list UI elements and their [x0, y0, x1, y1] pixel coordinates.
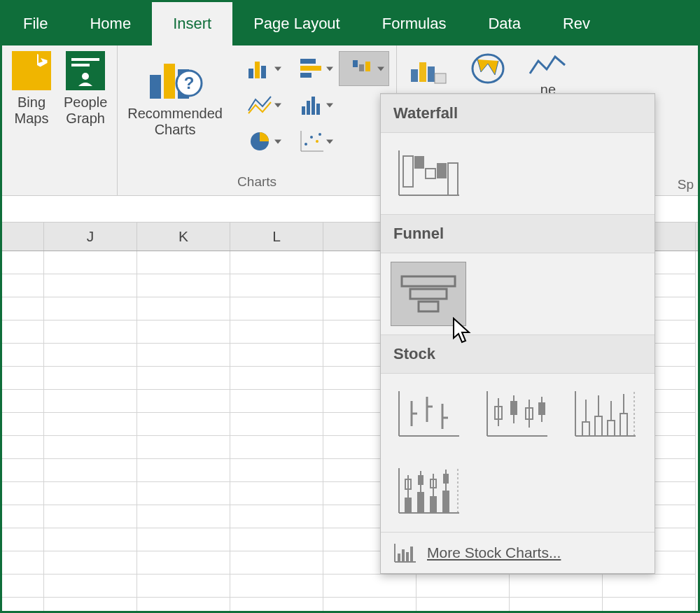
svg-rect-4: [164, 64, 175, 99]
svg-rect-29: [419, 62, 426, 82]
svg-rect-28: [411, 69, 418, 82]
svg-rect-30: [428, 66, 435, 82]
stock-chart-vhlc-option[interactable]: [567, 382, 643, 446]
bing-maps-button[interactable]: BingMaps: [9, 51, 54, 127]
tab-review[interactable]: Rev: [542, 2, 611, 45]
waterfall-chart-option[interactable]: [391, 141, 466, 206]
recommended-label-2: Charts: [155, 122, 196, 138]
svg-rect-17: [302, 106, 305, 115]
svg-rect-78: [417, 492, 424, 513]
insert-bar-chart-button[interactable]: [287, 51, 337, 86]
svg-rect-42: [419, 302, 438, 311]
insert-line-chart-button[interactable]: [235, 87, 286, 122]
svg-point-26: [316, 140, 318, 143]
col-header-l[interactable]: L: [230, 223, 323, 251]
mouse-cursor-icon: [451, 317, 472, 345]
svg-point-27: [318, 133, 321, 136]
svg-rect-14: [353, 60, 358, 67]
people-graph-icon: [66, 51, 105, 90]
svg-rect-80: [418, 475, 424, 485]
tab-file[interactable]: File: [2, 2, 69, 45]
insert-column-chart-button[interactable]: [235, 51, 286, 86]
svg-rect-90: [402, 549, 405, 562]
col-header-j[interactable]: J: [44, 223, 137, 251]
svg-rect-16: [365, 62, 370, 71]
tab-formulas[interactable]: Formulas: [361, 2, 468, 45]
tab-insert[interactable]: Insert: [152, 2, 232, 45]
svg-rect-68: [608, 421, 615, 436]
svg-text:?: ?: [184, 73, 195, 92]
svg-rect-41: [410, 289, 447, 299]
funnel-section-header: Funnel: [381, 214, 654, 253]
svg-rect-75: [405, 498, 412, 513]
more-stock-charts-link[interactable]: More Stock Charts...: [381, 532, 654, 573]
tab-page-layout[interactable]: Page Layout: [232, 2, 361, 45]
svg-rect-1: [71, 64, 90, 66]
charts-group-label: Charts: [237, 171, 276, 192]
tab-data[interactable]: Data: [467, 2, 541, 45]
svg-point-24: [304, 143, 307, 146]
more-stock-charts-label: More Stock Charts...: [427, 544, 561, 561]
svg-rect-9: [255, 62, 260, 78]
insert-statistic-chart-button[interactable]: [287, 87, 337, 122]
svg-rect-13: [300, 73, 312, 78]
svg-rect-8: [248, 69, 253, 78]
ribbon-tab-bar: File Home Insert Page Layout Formulas Da…: [2, 2, 698, 45]
more-charts-icon: [393, 542, 417, 563]
svg-rect-18: [307, 101, 310, 115]
svg-rect-37: [426, 169, 435, 178]
svg-rect-38: [437, 163, 447, 178]
people-graph-label: PeopleGraph: [64, 94, 107, 127]
svg-rect-12: [300, 66, 321, 71]
svg-point-2: [82, 73, 89, 80]
insert-scatter-chart-button[interactable]: [287, 124, 337, 159]
bing-maps-label: BingMaps: [15, 94, 49, 127]
svg-rect-11: [300, 59, 316, 64]
insert-pie-chart-button[interactable]: [235, 124, 286, 159]
svg-rect-36: [414, 156, 424, 169]
col-header-rowsel[interactable]: [2, 223, 44, 251]
stock-chart-hlc-option[interactable]: [391, 382, 466, 446]
svg-rect-20: [316, 104, 320, 115]
stock-section-header: Stock: [381, 334, 654, 374]
svg-rect-89: [398, 554, 400, 562]
svg-rect-15: [359, 64, 364, 71]
svg-rect-60: [538, 402, 545, 415]
chart-type-dropdown: Waterfall Funnel Stock: [380, 93, 655, 574]
svg-rect-66: [595, 416, 602, 436]
stock-chart-ohlc-option[interactable]: [479, 382, 554, 446]
svg-rect-81: [430, 496, 437, 513]
sparklines-group-label-partial: Sp: [678, 177, 694, 192]
waterfall-section-header: Waterfall: [381, 94, 654, 133]
recommended-label-1: Recommended: [127, 106, 223, 122]
svg-point-32: [472, 55, 503, 83]
svg-rect-3: [150, 75, 161, 99]
svg-rect-31: [435, 73, 446, 83]
svg-rect-19: [312, 97, 315, 115]
svg-rect-70: [620, 414, 627, 436]
svg-rect-91: [406, 552, 409, 562]
svg-rect-40: [402, 276, 455, 286]
svg-rect-86: [443, 474, 449, 484]
people-graph-button[interactable]: PeopleGraph: [61, 51, 110, 127]
svg-point-25: [310, 136, 313, 139]
stock-chart-vohlc-option[interactable]: [391, 459, 466, 523]
svg-rect-35: [403, 156, 413, 187]
svg-rect-39: [448, 163, 458, 195]
bing-icon: [12, 51, 51, 90]
svg-rect-56: [510, 401, 517, 415]
svg-rect-92: [410, 547, 413, 562]
svg-rect-64: [582, 422, 589, 436]
insert-stock-waterfall-chart-button[interactable]: [339, 51, 389, 86]
svg-rect-0: [71, 58, 99, 61]
recommended-charts-icon: ?: [146, 51, 204, 106]
tab-home[interactable]: Home: [69, 2, 152, 45]
svg-rect-10: [261, 66, 266, 78]
svg-rect-84: [442, 491, 449, 513]
recommended-charts-button[interactable]: ? Recommended Charts: [125, 51, 225, 138]
col-header-k[interactable]: K: [137, 223, 230, 251]
